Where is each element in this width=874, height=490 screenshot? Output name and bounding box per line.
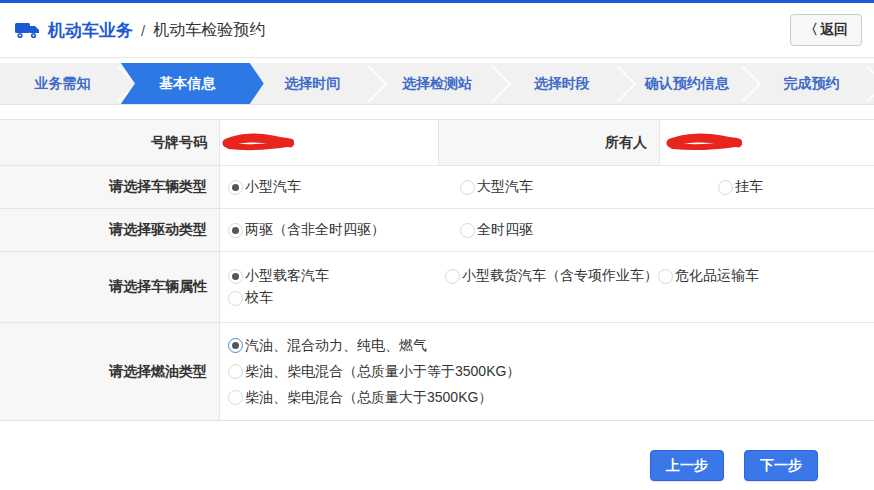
radio-option-large-car[interactable]: 大型汽车: [460, 178, 718, 196]
step-tab-select-time[interactable]: 选择时间: [250, 63, 375, 104]
appointment-form: 号牌号码 所有人 请选择车辆类型 小型汽车 大型汽车: [0, 119, 874, 421]
radio-option-small-cargo[interactable]: 小型载货汽车（含专项作业车）: [445, 267, 658, 285]
radio-label: 小型汽车: [245, 178, 301, 196]
radio-icon: [445, 269, 460, 284]
step-label: 基本信息: [159, 75, 215, 93]
next-step-button[interactable]: 下一步: [744, 450, 818, 481]
radio-label: 危化品运输车: [675, 267, 759, 285]
breadcrumb: 机动车业务 / 机动车检验预约: [14, 19, 265, 42]
row-vehicle-type: 请选择车辆类型 小型汽车 大型汽车 挂车: [0, 166, 874, 209]
radio-option-full-time-4wd[interactable]: 全时四驱: [460, 221, 533, 239]
plate-number-value: [220, 120, 439, 165]
radio-option-hazmat-transport[interactable]: 危化品运输车: [658, 267, 759, 285]
row-vehicle-attribute: 请选择车辆属性 小型载客汽车 小型载货汽车（含专项作业车） 危化品运输车: [0, 252, 874, 323]
drive-type-options: 两驱（含非全时四驱） 全时四驱: [220, 209, 874, 251]
radio-option-school-bus[interactable]: 校车: [228, 289, 273, 307]
vehicle-attribute-options: 小型载客汽车 小型载货汽车（含专项作业车） 危化品运输车 校车: [220, 252, 874, 322]
step-tab-select-station[interactable]: 选择检测站: [375, 63, 500, 104]
step-label: 选择检测站: [402, 75, 472, 93]
previous-step-button[interactable]: 上一步: [650, 450, 724, 481]
radio-label: 全时四驱: [477, 221, 533, 239]
vehicle-attribute-label: 请选择车辆属性: [0, 252, 220, 322]
radio-icon: [718, 180, 733, 195]
radio-icon: [460, 223, 475, 238]
radio-option-gasoline-hybrid-electric-gas[interactable]: 汽油、混合动力、纯电、燃气: [228, 337, 874, 355]
fuel-type-label: 请选择燃油类型: [0, 323, 220, 420]
back-chevron-icon: 〈: [804, 21, 818, 39]
radio-icon: [658, 269, 673, 284]
vehicle-type-label: 请选择车辆类型: [0, 166, 220, 208]
radio-label: 校车: [245, 289, 273, 307]
vehicle-type-options: 小型汽车 大型汽车 挂车: [220, 166, 874, 208]
step-tab-business-notice[interactable]: 业务需知: [0, 63, 125, 104]
step-tab-select-timeslot[interactable]: 选择时段: [499, 63, 624, 104]
step-progress-bar: 业务需知 基本信息 选择时间 选择检测站 选择时段 确认预约信息 完成预约: [0, 63, 874, 105]
radio-icon: [228, 269, 243, 284]
plate-number-label: 号牌号码: [0, 120, 220, 165]
radio-icon: [228, 390, 243, 405]
fuel-type-options: 汽油、混合动力、纯电、燃气 柴油、柴电混合（总质量小于等于3500KG） 柴油、…: [220, 323, 874, 420]
redaction-scribble: [222, 133, 294, 153]
step-label: 选择时间: [284, 75, 340, 93]
radio-icon: [460, 180, 475, 195]
radio-label: 汽油、混合动力、纯电、燃气: [245, 337, 427, 355]
step-tab-confirm-info[interactable]: 确认预约信息: [624, 63, 749, 104]
row-drive-type: 请选择驱动类型 两驱（含非全时四驱） 全时四驱: [0, 209, 874, 252]
radio-option-trailer[interactable]: 挂车: [718, 178, 763, 196]
radio-icon: [228, 180, 243, 195]
radio-label: 两驱（含非全时四驱）: [245, 221, 385, 239]
redaction-scribble: [666, 133, 742, 153]
radio-icon: [228, 223, 243, 238]
radio-label: 大型汽车: [477, 178, 533, 196]
radio-option-small-car[interactable]: 小型汽车: [228, 178, 460, 196]
page-header: 机动车业务 / 机动车检验预约 〈 返回: [0, 3, 874, 58]
back-button[interactable]: 〈 返回: [790, 14, 862, 46]
row-fuel-type: 请选择燃油类型 汽油、混合动力、纯电、燃气 柴油、柴电混合（总质量小于等于350…: [0, 323, 874, 420]
back-button-label: 返回: [820, 21, 848, 39]
radio-label: 柴油、柴电混合（总质量大于3500KG）: [245, 389, 492, 407]
radio-icon: [228, 364, 243, 379]
truck-icon: [14, 20, 40, 40]
form-footer: 上一步 下一步: [0, 450, 874, 481]
breadcrumb-separator: /: [141, 22, 145, 39]
step-label: 业务需知: [34, 75, 90, 93]
step-tab-finish[interactable]: 完成预约: [749, 63, 874, 104]
radio-option-two-wheel-drive[interactable]: 两驱（含非全时四驱）: [228, 221, 460, 239]
radio-label: 小型载客汽车: [245, 267, 329, 285]
row-plate-owner: 号牌号码 所有人: [0, 120, 874, 166]
step-label: 完成预约: [784, 75, 840, 93]
radio-label: 小型载货汽车（含专项作业车）: [462, 267, 658, 285]
breadcrumb-root[interactable]: 机动车业务: [48, 19, 133, 42]
radio-icon: [228, 291, 243, 306]
radio-option-small-passenger[interactable]: 小型载客汽车: [228, 267, 445, 285]
page-title: 机动车检验预约: [153, 20, 265, 41]
step-label: 选择时段: [534, 75, 590, 93]
radio-option-diesel-le-3500kg[interactable]: 柴油、柴电混合（总质量小于等于3500KG）: [228, 363, 874, 381]
drive-type-label: 请选择驱动类型: [0, 209, 220, 251]
step-label: 确认预约信息: [645, 75, 729, 93]
step-tab-basic-info[interactable]: 基本信息: [125, 63, 250, 104]
radio-label: 柴油、柴电混合（总质量小于等于3500KG）: [245, 363, 520, 381]
owner-value: [660, 120, 874, 165]
radio-label: 挂车: [735, 178, 763, 196]
radio-icon: [228, 338, 243, 353]
owner-label: 所有人: [439, 120, 660, 165]
radio-option-diesel-gt-3500kg[interactable]: 柴油、柴电混合（总质量大于3500KG）: [228, 389, 874, 407]
